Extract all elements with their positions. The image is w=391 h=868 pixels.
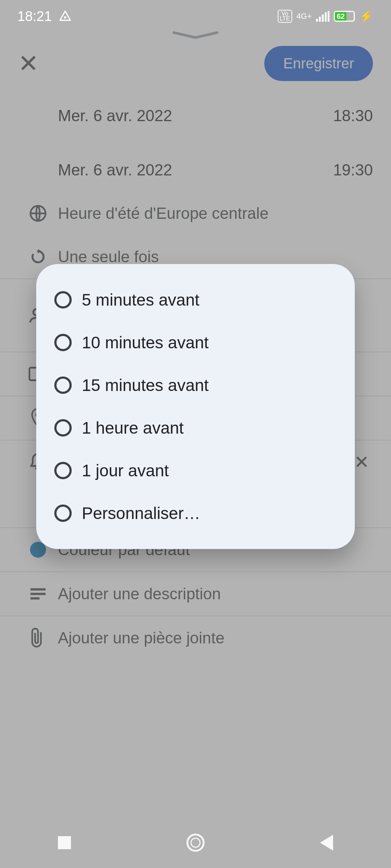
network-type: 4G+ bbox=[297, 12, 312, 20]
nav-home-button[interactable] bbox=[186, 834, 205, 852]
status-bar: 18:21 VoLTE 4G+ 62 ⚡ bbox=[0, 0, 391, 33]
radio-unchecked-icon bbox=[54, 505, 72, 522]
radio-unchecked-icon bbox=[54, 419, 72, 437]
radio-unchecked-icon bbox=[54, 334, 72, 351]
charging-icon: ⚡ bbox=[359, 9, 374, 23]
globe-icon bbox=[29, 204, 47, 222]
nav-recents-button[interactable] bbox=[58, 836, 71, 849]
attachment-icon bbox=[31, 628, 45, 648]
battery-percent: 62 bbox=[335, 12, 346, 21]
end-time[interactable]: 19:30 bbox=[333, 161, 373, 179]
radio-unchecked-icon bbox=[54, 462, 72, 479]
reminder-option-custom[interactable]: Personnaliser… bbox=[36, 492, 355, 535]
reminder-option-15min[interactable]: 15 minutes avant bbox=[36, 364, 355, 407]
reminder-option-10min[interactable]: 10 minutes avant bbox=[36, 321, 355, 364]
radio-unchecked-icon bbox=[54, 376, 72, 394]
reminder-option-1day[interactable]: 1 jour avant bbox=[36, 449, 355, 492]
reminder-option-5min[interactable]: 5 minutes avant bbox=[36, 278, 355, 321]
radio-unchecked-icon bbox=[54, 291, 72, 309]
attachment-row[interactable]: Ajouter une pièce jointe bbox=[0, 616, 391, 660]
close-button[interactable]: ✕ bbox=[18, 51, 39, 76]
reminder-picker-dialog: 5 minutes avant 10 minutes avant 15 minu… bbox=[36, 264, 355, 549]
remove-notification-button[interactable]: ✕ bbox=[354, 452, 373, 473]
battery-icon: 62 bbox=[334, 11, 355, 22]
color-dot-icon bbox=[30, 542, 46, 558]
timezone-label: Heure d'été d'Europe centrale bbox=[58, 204, 373, 222]
notes-icon bbox=[29, 587, 47, 601]
start-time[interactable]: 18:30 bbox=[333, 107, 373, 125]
app-bar: ✕ Enregistrer bbox=[0, 33, 391, 94]
attachment-label: Ajouter une pièce jointe bbox=[58, 629, 373, 647]
description-row[interactable]: Ajouter une description bbox=[0, 572, 391, 616]
end-date[interactable]: Mer. 6 avr. 2022 bbox=[58, 161, 172, 179]
timezone-row[interactable]: Heure d'été d'Europe centrale bbox=[0, 192, 391, 235]
nav-back-button[interactable] bbox=[320, 835, 333, 851]
svg-point-7 bbox=[64, 16, 66, 18]
signal-icon bbox=[316, 11, 329, 22]
start-date[interactable]: Mer. 6 avr. 2022 bbox=[58, 107, 172, 125]
status-time: 18:21 bbox=[17, 9, 52, 24]
recurrence-label: Une seule fois bbox=[58, 248, 373, 266]
start-datetime-row[interactable]: Mer. 6 avr. 2022 18:30 bbox=[0, 94, 391, 137]
repeat-icon bbox=[30, 248, 46, 265]
end-datetime-row[interactable]: Mer. 6 avr. 2022 19:30 bbox=[0, 148, 391, 192]
hotspot-icon bbox=[58, 9, 72, 23]
volte-icon: VoLTE bbox=[278, 10, 292, 23]
save-button[interactable]: Enregistrer bbox=[264, 46, 373, 81]
system-nav-bar bbox=[0, 817, 391, 868]
reminder-option-1hour[interactable]: 1 heure avant bbox=[36, 407, 355, 449]
description-label: Ajouter une description bbox=[58, 585, 373, 603]
